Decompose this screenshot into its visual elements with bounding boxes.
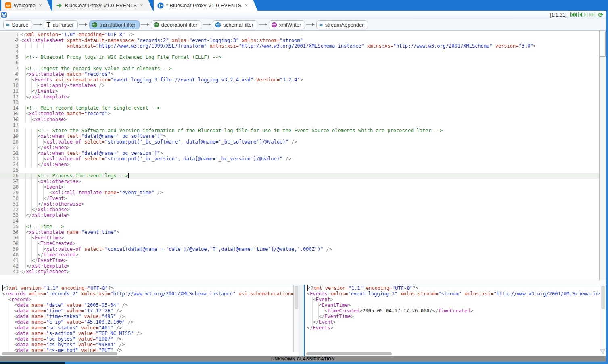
editor-line[interactable]: 9▾ <Events xsi:schemaLocation="event-log…	[0, 77, 599, 83]
editor-line[interactable]: 34	[0, 218, 599, 224]
editor-gutter-cell[interactable]: 43	[0, 269, 19, 275]
input-horizontal-scrollbar[interactable]	[0, 352, 294, 356]
editor-line[interactable]: 13	[0, 100, 599, 105]
code-line[interactable]: <Events xsi:schemaLocation="event-loggin…	[19, 77, 599, 83]
refresh-button[interactable]: ⟳	[598, 12, 603, 18]
editor-line[interactable]: 41 </EventTime>	[0, 258, 599, 263]
code-line[interactable]: <xsl:call-template name="event_time" />	[19, 190, 599, 196]
editor-gutter-cell[interactable]: 14	[0, 105, 19, 111]
editor-gutter-cell[interactable]: 20	[0, 139, 19, 145]
editor-line[interactable]: 11 </Events>	[0, 88, 599, 94]
close-icon[interactable]: ×	[39, 3, 42, 8]
editor-line[interactable]: 26 <!-- Process the event logs -->	[0, 173, 599, 179]
code-line[interactable]: <!-- Ingest the record key value pair el…	[19, 66, 599, 71]
code-line[interactable]: <!-- Bluecoat Proxy logs in W2C Extended…	[19, 54, 599, 60]
editor-line[interactable]: 16▾ <xsl:choose>	[0, 116, 599, 122]
code-line[interactable]: </xsl:stylesheet>	[19, 269, 599, 275]
pane-code-line[interactable]: <data name="time" value="17:17:26" />	[1, 308, 299, 314]
fold-toggle-icon[interactable]: ▾	[13, 179, 18, 184]
editor-line[interactable]: 28▾ <Event>	[0, 184, 599, 190]
editor-line[interactable]: 39 <xsl:value-of select="concat(data[@na…	[0, 246, 599, 252]
pane-divider[interactable]	[299, 285, 305, 356]
code-line[interactable]: </xsl:otherwise>	[19, 201, 599, 207]
pane-code-line[interactable]: <data name="date" value="2005-05-04" />	[1, 302, 299, 308]
editor-gutter-cell[interactable]: 1	[0, 32, 19, 37]
editor-gutter-cell[interactable]: 13	[0, 100, 19, 105]
pane-code-line[interactable]: <EventTime>	[306, 302, 606, 308]
editor-gutter-cell[interactable]: 3	[0, 43, 19, 49]
code-line[interactable]: <Event>	[19, 184, 599, 190]
code-line[interactable]: <data name="c-ip" value="45.108.2.100" /…	[1, 319, 299, 325]
editor-line[interactable]: 31 </xsl:otherwise>	[0, 201, 599, 207]
editor-gutter-cell[interactable]: 23	[0, 156, 19, 162]
code-line[interactable]: </EventTime>	[19, 258, 599, 263]
editor-gutter-cell[interactable]: 25	[0, 167, 19, 173]
editor-line[interactable]: 42 </xsl:template>	[0, 263, 599, 269]
output-horizontal-scrollbar[interactable]	[305, 352, 600, 356]
editor-gutter-cell[interactable]: 7	[0, 66, 19, 71]
pipeline-element-streamappender[interactable]: ≈streamAppender	[316, 20, 368, 29]
code-line[interactable]: <xsl:apply-templates />	[19, 83, 599, 88]
code-line[interactable]: <Events xmlns="event-logging:3" xmlns:st…	[306, 291, 606, 297]
code-line[interactable]: <xsl:template match="record">	[19, 111, 599, 116]
editor-gutter-cell[interactable]: 38▾	[0, 241, 19, 246]
editor-line[interactable]: 20 <xsl:value-of select="stroom:put('_bc…	[0, 139, 599, 145]
code-line[interactable]: xmlns:xsl="http://www.w3.org/1999/XSL/Tr…	[19, 43, 599, 49]
code-line[interactable]: <data name="cs-bytes" value="99884" />	[1, 342, 299, 347]
code-line[interactable]: <EventTime>	[19, 235, 599, 241]
step-back-button[interactable]	[578, 12, 583, 17]
code-line[interactable]	[19, 60, 599, 66]
pane-code-line[interactable]: <data name="c-ip" value="45.108.2.100" /…	[1, 319, 299, 325]
pane-code-line[interactable]: </Events>	[306, 325, 606, 331]
code-line[interactable]: </Events>	[19, 88, 599, 94]
editor-line[interactable]: 36▾ <xsl:template name="event_time">	[0, 229, 599, 235]
fold-toggle-icon[interactable]: ▾	[13, 37, 18, 43]
code-line[interactable]: </xsl:template>	[19, 212, 599, 218]
fold-toggle-icon[interactable]: ▾	[13, 77, 18, 83]
fold-toggle-icon[interactable]: ▾	[13, 235, 18, 241]
code-line[interactable]: <TimeCreated>	[19, 241, 599, 246]
code-line[interactable]: </xsl:when>	[19, 145, 599, 150]
step-first-button[interactable]	[570, 12, 577, 17]
code-line[interactable]: <record>	[1, 297, 299, 302]
editor-gutter-cell[interactable]: 32	[0, 207, 19, 212]
code-line[interactable]: <data name="sc-status" value="401" />	[1, 325, 299, 331]
code-line[interactable]: <?xml version="1.1" encoding="UTF-8"?>	[306, 285, 606, 291]
editor-line[interactable]: 25	[0, 167, 599, 173]
close-icon[interactable]: ×	[245, 3, 248, 8]
editor-line[interactable]: 27▾ <xsl:otherwise>	[0, 179, 599, 184]
code-line[interactable]: <TimeCreated>2005-05-04T17:17:26.000Z</T…	[306, 308, 606, 314]
code-line[interactable]	[19, 49, 599, 54]
fold-toggle-icon[interactable]: ▾	[13, 71, 18, 77]
editor-gutter-cell[interactable]: 9▾	[0, 77, 19, 83]
code-line[interactable]: </TimeCreated>	[19, 252, 599, 258]
pane-code-line[interactable]: </EventTime>	[306, 314, 606, 319]
editor-gutter-cell[interactable]: 26	[0, 173, 19, 179]
code-line[interactable]: <xsl:template match="records">	[19, 71, 599, 77]
editor-gutter-cell[interactable]: 42	[0, 263, 19, 269]
code-line[interactable]: <xsl:when test="data[@name='_bc_software…	[19, 133, 599, 139]
editor-gutter-cell[interactable]: 5	[0, 54, 19, 60]
editor-gutter-cell[interactable]: 36▾	[0, 229, 19, 235]
step-last-button[interactable]	[589, 12, 596, 17]
code-line[interactable]: </EventTime>	[306, 314, 606, 319]
editor-line[interactable]: 8▾ <xsl:template match="records">	[0, 71, 599, 77]
code-line[interactable]: <!-- Process the event logs -->	[19, 173, 599, 179]
code-line[interactable]: <!-- Store the Software and Version info…	[19, 128, 599, 133]
code-line[interactable]	[19, 100, 599, 105]
code-line[interactable]: </xsl:template>	[19, 263, 599, 269]
editor-line[interactable]: 24 </xsl:when>	[0, 162, 599, 167]
editor-gutter-cell[interactable]: 39	[0, 246, 19, 252]
pipeline-element-xmlwriter[interactable]: XMLxmlWriter	[269, 20, 305, 29]
editor-gutter-cell[interactable]: 2▾	[0, 37, 19, 43]
editor-gutter-cell[interactable]: 28▾	[0, 184, 19, 190]
editor-line[interactable]: 4	[0, 49, 599, 54]
code-line[interactable]: <xsl:value-of select="concat(data[@name …	[19, 246, 599, 252]
pipeline-element-decorationfilter[interactable]: XSLdecorationFilter	[151, 20, 202, 29]
editor-gutter-cell[interactable]: 12	[0, 94, 19, 100]
input-vertical-scrollbar[interactable]	[293, 285, 299, 352]
pane-code-line[interactable]: <data name="sc-status" value="401" />	[1, 325, 299, 331]
editor-line[interactable]: 12 </xsl:template>	[0, 94, 599, 100]
pane-code-line[interactable]: <data name="s-action" value="TCP_NC_MISS…	[1, 331, 299, 336]
editor-gutter-cell[interactable]: 24	[0, 162, 19, 167]
